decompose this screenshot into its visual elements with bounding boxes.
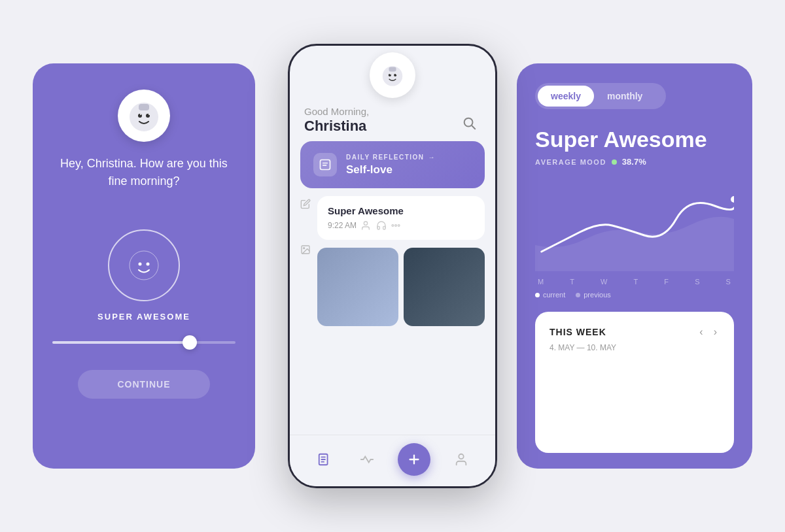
svg-point-8 (147, 263, 150, 266)
phone-greeting-label: Good Morning, (304, 106, 369, 118)
entry-meta: 9:22 AM (328, 220, 474, 231)
mood-indicator-dot (612, 159, 617, 165)
svg-point-6 (130, 251, 158, 280)
svg-point-24 (395, 225, 397, 227)
entry-time: 9:22 AM (328, 221, 357, 230)
reflection-label: DAILY REFLECTION → (346, 154, 472, 161)
timeline-area: Super Awesome 9:22 AM (300, 196, 485, 435)
this-week-card: THIS WEEK ‹ › 4. MAY — 10. MAY (535, 312, 734, 453)
search-icon[interactable] (457, 111, 481, 135)
svg-point-25 (398, 225, 400, 227)
nav-profile-icon[interactable] (449, 448, 473, 471)
scene: Hey, Christina. How are you this fine mo… (33, 21, 752, 511)
svg-point-5 (148, 114, 150, 115)
svg-point-13 (390, 74, 391, 75)
week-next-button[interactable]: › (711, 325, 720, 339)
svg-point-33 (731, 196, 734, 203)
legend-previous-label: previous (584, 291, 611, 299)
svg-point-21 (304, 248, 305, 249)
this-week-title: THIS WEEK (550, 327, 606, 337)
entries-column: Super Awesome 9:22 AM (317, 196, 485, 435)
chart-labels: M T W T F S S (535, 278, 734, 286)
phone-notch (290, 46, 495, 98)
mood-label: SUPER AWESOME (97, 312, 190, 322)
chart-area (535, 180, 734, 271)
daily-reflection-card[interactable]: DAILY REFLECTION → Self-love (300, 141, 485, 188)
legend-row: current previous (535, 291, 734, 299)
week-range: 4. MAY — 10. MAY (550, 343, 720, 352)
phone-avatar (370, 52, 415, 98)
entry-icons (362, 220, 401, 231)
svg-point-23 (392, 225, 394, 227)
mood-circle (108, 229, 180, 301)
svg-point-7 (139, 263, 142, 266)
phone-greeting-block: Good Morning, Christina (304, 106, 369, 135)
photo-2 (404, 248, 485, 326)
legend-previous: previous (576, 291, 611, 299)
monthly-toggle-button[interactable]: monthly (594, 86, 655, 107)
week-nav: ‹ › (697, 325, 720, 339)
nav-chart-icon[interactable] (355, 448, 379, 471)
average-mood-row: AVERAGE MOOD 38.7% (535, 157, 734, 167)
entry-card[interactable]: Super Awesome 9:22 AM (317, 196, 485, 240)
photo-grid (317, 248, 485, 326)
left-panel: Hey, Christina. How are you this fine mo… (33, 63, 255, 469)
slider-container[interactable] (52, 341, 236, 344)
slider-thumb (183, 335, 197, 350)
photo-icon (300, 244, 311, 258)
mood-percent: 38.7% (622, 157, 646, 167)
slider-track (52, 341, 236, 344)
svg-point-32 (459, 454, 463, 459)
average-mood-label: AVERAGE MOOD (535, 158, 606, 166)
phone-header: Good Morning, Christina (290, 98, 495, 141)
svg-rect-1 (139, 104, 149, 110)
right-title: Super Awesome (535, 127, 734, 152)
reflection-title: Self-love (346, 163, 472, 176)
greeting-text: Hey, Christina. How are you this fine mo… (52, 155, 236, 190)
svg-point-2 (138, 114, 142, 118)
legend-current-label: current (543, 291, 565, 299)
reflection-icon (313, 153, 337, 176)
svg-rect-10 (389, 67, 396, 72)
legend-current: current (535, 291, 565, 299)
center-phone: Good Morning, Christina (288, 44, 497, 488)
phone-bottom-nav (290, 435, 495, 486)
continue-button[interactable]: CONTINUE (78, 370, 209, 399)
nav-add-button[interactable] (398, 443, 430, 476)
phone-body: DAILY REFLECTION → Self-love (290, 141, 495, 435)
avatar-left (118, 90, 170, 142)
entry-title: Super Awesome (328, 205, 474, 216)
weekly-toggle-button[interactable]: weekly (538, 86, 594, 107)
legend-current-dot (535, 293, 540, 297)
svg-point-11 (389, 74, 391, 76)
legend-previous-dot (576, 293, 580, 297)
svg-point-4 (140, 114, 141, 115)
slider-fill (52, 341, 190, 344)
svg-point-14 (396, 74, 396, 75)
timeline-line (300, 196, 311, 435)
week-prev-button[interactable]: ‹ (697, 325, 705, 339)
reflection-content: DAILY REFLECTION → Self-love (346, 154, 472, 176)
svg-point-15 (464, 118, 473, 127)
svg-line-16 (472, 126, 476, 129)
edit-icon (300, 199, 311, 212)
svg-point-22 (364, 222, 367, 225)
nav-journal-icon[interactable] (313, 448, 336, 471)
right-panel: weekly monthly Super Awesome AVERAGE MOO… (517, 63, 752, 469)
toggle-row: weekly monthly (535, 83, 666, 109)
phone-name: Christina (304, 118, 369, 135)
photo-1 (317, 248, 398, 326)
this-week-header: THIS WEEK ‹ › (550, 325, 720, 339)
